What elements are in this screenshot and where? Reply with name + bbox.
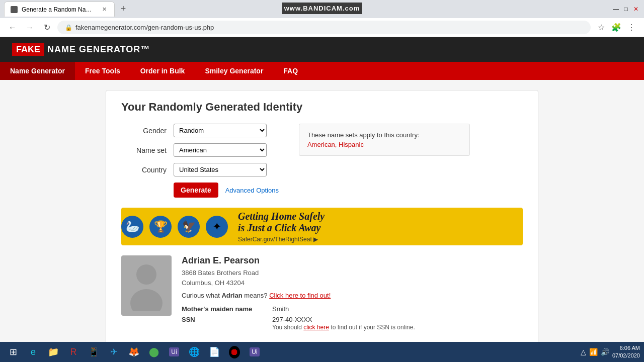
logo-fake: FAKE: [12, 43, 44, 56]
taskbar-folder-button[interactable]: 📁: [44, 343, 62, 361]
taskbar-ui1-button[interactable]: Ui: [165, 343, 183, 361]
curious-suffix: means?: [243, 292, 268, 299]
ad-icons: 🦢 🏆 🦅 ✦: [121, 216, 228, 238]
address-line2: Columbus, OH 43204: [182, 279, 245, 287]
forward-button[interactable]: →: [23, 21, 36, 34]
ssn-row: SSN 297-40-XXXX You should click here to…: [182, 316, 523, 331]
curious-prefix: Curious what: [182, 292, 221, 299]
taskbar-pdf-button[interactable]: 📄: [205, 343, 223, 361]
maiden-row: Mother's maiden name Smith: [182, 305, 523, 313]
advanced-options-link[interactable]: Advanced Options: [225, 187, 279, 194]
edge2-icon: 🌐: [189, 346, 200, 357]
ad-icon-2: 🏆: [149, 216, 172, 238]
ssn-link[interactable]: click here: [303, 324, 329, 331]
taskbar-sys-area: △ 📶 🔊 6:06 AM 07/02/2020: [581, 344, 640, 360]
curious-text: Curious what Adrian means? Click here to…: [182, 292, 523, 299]
chrome-icon: ⬤: [149, 346, 159, 357]
name-sets-title: These name sets apply to this country:: [307, 131, 461, 139]
reload-button[interactable]: ↻: [40, 21, 53, 34]
ssn-note: You should click here to find out if you…: [272, 324, 415, 331]
nav-item-smiley-generator[interactable]: Smiley Generator: [195, 62, 273, 80]
taskbar-rec-button[interactable]: ⏺: [225, 343, 244, 361]
profile-section: Adrian E. Pearson 3868 Bates Brothers Ro…: [121, 255, 523, 334]
nav-item-free-tools[interactable]: Free Tools: [75, 62, 130, 80]
telegram-icon: ✈: [110, 346, 118, 357]
ui2-icon: Ui: [250, 347, 259, 356]
generator-box: Your Randomly Generated Identity Gender …: [106, 90, 538, 349]
pdf-icon: 📄: [209, 346, 220, 357]
taskbar-chrome-button[interactable]: ⬤: [145, 343, 163, 361]
generate-button[interactable]: Generate: [174, 183, 218, 198]
taskbar-edge-button[interactable]: e: [24, 343, 42, 361]
svg-point-1: [130, 289, 163, 311]
ssn-value: 297-40-XXXX You should click here to fin…: [272, 316, 415, 331]
ui1-icon: Ui: [169, 347, 179, 356]
active-tab[interactable]: Generate a Random Name - Fak... ✕: [4, 2, 115, 17]
ad-icon-3: 🦅: [178, 216, 200, 238]
ad-text-line1: Getting Home Safely: [238, 211, 325, 222]
address-text: fakenamegenerator.com/gen-random-us-us.p…: [75, 24, 214, 31]
firefox-icon: 🦊: [128, 346, 139, 357]
close-button[interactable]: ✕: [632, 5, 640, 13]
taskbar-ui2-button[interactable]: Ui: [246, 343, 264, 361]
back-button[interactable]: ←: [6, 21, 19, 34]
curious-link[interactable]: Click here to find out!: [269, 292, 331, 299]
logo-rest: NAME GENERATOR™: [47, 44, 150, 55]
ssn-label: SSN: [182, 316, 272, 331]
tab-favicon: [11, 6, 18, 13]
form-section: Gender Random Male Female Name set Ameri…: [121, 124, 279, 198]
gender-row: Gender Random Male Female: [121, 124, 279, 137]
gender-label: Gender: [121, 127, 167, 135]
nav-item-faq[interactable]: FAQ: [273, 62, 308, 80]
page-title: Your Randomly Generated Identity: [121, 101, 523, 114]
start-icon: ⊞: [10, 346, 17, 357]
rec-icon: ⏺: [229, 346, 240, 358]
nav-item-order-bulk[interactable]: Order in Bulk: [130, 62, 195, 80]
site-header: FAKE NAME GENERATOR™: [0, 37, 644, 62]
start-button[interactable]: ⊞: [4, 343, 22, 361]
bookmark-button[interactable]: ☆: [595, 21, 608, 34]
minimize-button[interactable]: —: [612, 5, 620, 13]
country-select[interactable]: United States United Kingdom Canada: [174, 163, 267, 176]
title-bar: Generate a Random Name - Fak... ✕ + — □ …: [0, 0, 644, 18]
lock-icon: 🔒: [65, 24, 72, 31]
sys-icon-1: △: [581, 348, 586, 356]
folder-icon: 📁: [48, 346, 59, 357]
maiden-label: Mother's maiden name: [182, 305, 272, 313]
gender-select[interactable]: Random Male Female: [174, 124, 267, 137]
taskbar-edge2-button[interactable]: 🌐: [185, 343, 203, 361]
nameset-row: Name set American Hispanic: [121, 143, 279, 157]
clock-date: 07/02/2020: [612, 352, 640, 359]
tab-close-button[interactable]: ✕: [100, 6, 108, 14]
sys-icon-2: 📶: [589, 348, 598, 356]
ad-url[interactable]: SaferCar.gov/TheRightSeat ▶: [238, 236, 318, 243]
main-content: Your Randomly Generated Identity Gender …: [0, 80, 644, 359]
address-bar[interactable]: 🔒 fakenamegenerator.com/gen-random-us-us…: [57, 21, 591, 34]
taskbar-whatsapp-button[interactable]: 📱: [85, 343, 103, 361]
name-sets-box: These name sets apply to this country: A…: [299, 124, 470, 156]
ad-banner[interactable]: 🦢 🏆 🦅 ✦ Getting Home Safely is Just a Cl…: [121, 208, 523, 245]
omnibar-actions: ☆ 🧩 ⋮: [595, 21, 638, 34]
taskbar-telegram-button[interactable]: ✈: [105, 343, 123, 361]
taskbar-firefox-button[interactable]: 🦊: [125, 343, 143, 361]
profile-name: Adrian E. Pearson: [182, 255, 523, 266]
maximize-button[interactable]: □: [622, 5, 630, 13]
taskbar-app1-button[interactable]: R: [64, 343, 83, 361]
extensions-button[interactable]: 🧩: [610, 21, 623, 34]
window-controls: — □ ✕: [612, 5, 640, 13]
nameset-select[interactable]: American Hispanic: [174, 143, 267, 157]
menu-button[interactable]: ⋮: [625, 21, 638, 34]
country-label: Country: [121, 166, 167, 174]
nav-menu: Name Generator Free Tools Order in Bulk …: [0, 62, 644, 80]
ssn-number: 297-40-XXXX: [272, 316, 312, 323]
nav-item-name-generator[interactable]: Name Generator: [0, 62, 75, 80]
omnibar: ← → ↻ 🔒 fakenamegenerator.com/gen-random…: [0, 18, 644, 37]
profile-address: 3868 Bates Brothers Road Columbus, OH 43…: [182, 268, 523, 288]
new-tab-button[interactable]: +: [117, 2, 130, 15]
ad-text-line2: is Just a Click Away: [238, 222, 320, 234]
browser-chrome: Generate a Random Name - Fak... ✕ + — □ …: [0, 0, 644, 37]
name-sets-values: American, Hispanic: [307, 141, 461, 148]
taskbar-time: 6:06 AM 07/02/2020: [612, 344, 640, 360]
sys-icon-3: 🔊: [601, 348, 609, 356]
maiden-value: Smith: [272, 305, 289, 313]
